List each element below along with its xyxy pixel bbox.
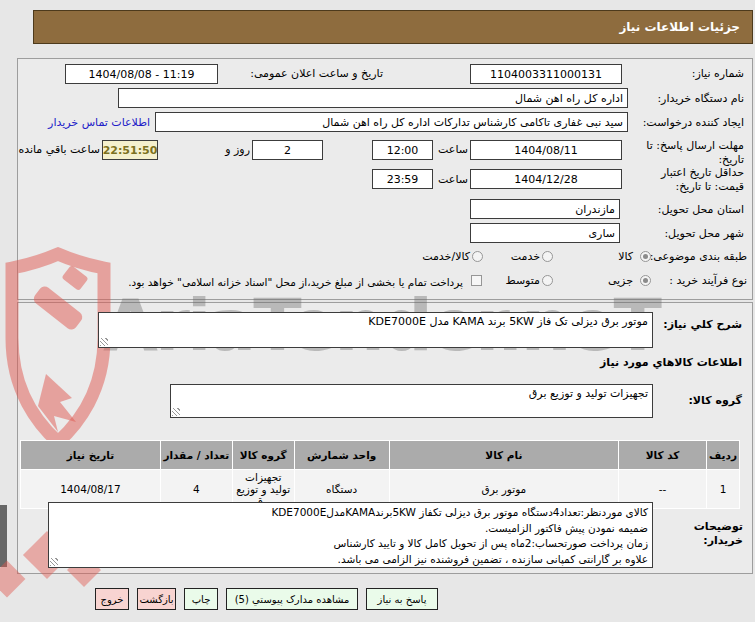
radio-medium-label: متوسط (505, 274, 540, 288)
goods-info-section-title: اطلاعات کالاهاي مورد نیاز (600, 356, 742, 370)
cell-row-number: 1 (707, 470, 740, 509)
radio-medium[interactable] (542, 275, 553, 286)
radio-minor[interactable] (640, 275, 651, 286)
delivery-city-label: شهر محل تحویل: (664, 227, 744, 241)
need-number-field[interactable]: 1104003311000131 (470, 64, 622, 84)
deadline-hour-label: ساعت (438, 143, 468, 157)
exit-button[interactable]: خروج (95, 588, 129, 610)
need-description-label: شرح کلي نیاز: (663, 318, 742, 332)
radio-service-label: خدمت (511, 250, 540, 264)
col-row-number: ردیف (707, 441, 740, 470)
need-details-page: AriaTender.neT جزئیات اطلاعات نیاز شماره… (0, 0, 755, 622)
treasury-documents-checkbox[interactable] (471, 275, 482, 286)
buyer-org-label: نام دستگاه خریدار: (657, 92, 744, 106)
purchase-process-label: نوع فرآیند خرید : (669, 274, 747, 288)
remaining-days-field[interactable]: 2 (252, 140, 323, 160)
col-quantity: تعداد / مقدار (160, 441, 232, 470)
radio-goods-service[interactable] (472, 251, 483, 262)
delivery-province-field[interactable]: مازندران (470, 199, 620, 219)
delivery-province-label: استان محل تحویل: (658, 203, 744, 217)
announce-datetime-field[interactable]: 1404/08/08 - 11:19 (65, 64, 218, 84)
validity-hour-label: ساعت (438, 173, 468, 187)
goods-group-textarea[interactable]: تجهیزات تولید و توزیع برق (170, 384, 653, 418)
treasury-documents-checkbox-label: پرداخت تمام یا بخشی از مبلغ خرید،از محل … (128, 275, 463, 289)
remaining-days-label: روز و (225, 143, 250, 157)
subject-classification-label: طبقه بندی موضوعی: (650, 250, 747, 264)
price-validity-date-field[interactable]: 1404/12/28 (470, 169, 622, 189)
watermark-dark-bar (0, 505, 7, 567)
response-deadline-date-field[interactable]: 1404/08/11 (470, 140, 622, 160)
buyer-notes-textarea[interactable]: کالای موردنظر:تعداد4دستگاه موتور برق دیز… (48, 502, 653, 568)
col-need-date: تاریخ نیاز (21, 441, 161, 470)
col-item-code: کد کالا (619, 441, 707, 470)
delivery-city-field[interactable]: ساری (470, 223, 620, 243)
requester-field[interactable]: سید نبی غفاری تاکامی کارشناس تدارکات ادا… (155, 112, 628, 132)
remaining-time-field: 22:51:50 (102, 140, 158, 160)
buyer-org-field[interactable]: اداره کل راه اهن شمال (118, 88, 628, 108)
back-button[interactable]: بازگشت (137, 588, 176, 610)
price-validity-time-field[interactable]: 23:59 (372, 169, 433, 189)
goods-group-label: گروه کالا: (688, 394, 742, 408)
radio-service[interactable] (542, 251, 553, 262)
col-unit: واحد شمارش (294, 441, 389, 470)
radio-minor-label: جزیی (608, 274, 633, 288)
col-group: گروه کالا (232, 441, 294, 470)
print-button[interactable]: چاپ (184, 588, 218, 610)
radio-goods-label: کالا (618, 250, 633, 264)
goods-table: ردیف کد کالا نام کالا واحد شمارش گروه کا… (20, 440, 740, 509)
goods-table-header-row: ردیف کد کالا نام کالا واحد شمارش گروه کا… (21, 441, 740, 470)
radio-goods-service-label: کالا/خدمت (422, 250, 470, 264)
remaining-time-label: ساعت باقي مانده (18, 143, 100, 157)
col-item-name: نام کالا (389, 441, 619, 470)
page-title: جزئیات اطلاعات نیاز (33, 10, 753, 44)
buyer-notes-label: توضیحات خریدار: (679, 520, 743, 548)
response-deadline-time-field[interactable]: 12:00 (372, 140, 433, 160)
need-number-label: شماره نیاز: (692, 67, 744, 81)
radio-goods[interactable] (640, 251, 651, 262)
requester-label: ایجاد کننده درخواست: (643, 116, 744, 130)
price-validity-label: حداقل تاریخ اعتبار قیمت: تا تاریخ: (644, 166, 744, 194)
announce-datetime-label: تاریخ و ساعت اعلان عمومی: (250, 67, 383, 81)
need-description-textarea[interactable]: موتور برق دیزلی تک فاز 5KW برند KAMA مدل… (98, 312, 653, 348)
response-deadline-label: مهلت ارسال پاسخ: تا تاریخ: (632, 139, 744, 167)
buyer-contact-link[interactable]: اطلاعات تماس خریدار (48, 116, 150, 129)
view-attached-documents-button[interactable]: مشاهده مدارک پیوستي (5) (226, 588, 358, 610)
respond-to-need-button[interactable]: پاسخ به نیاز (366, 588, 438, 610)
